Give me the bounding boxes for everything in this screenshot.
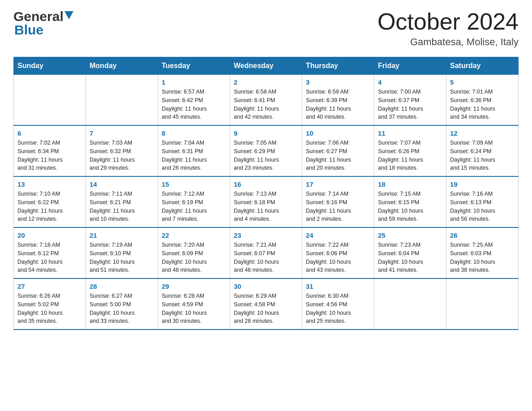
day-info: Sunrise: 7:15 AM Sunset: 6:15 PM Dayligh… (378, 190, 442, 223)
day-info: Sunrise: 7:20 AM Sunset: 6:09 PM Dayligh… (162, 241, 226, 274)
calendar-cell: 7Sunrise: 7:03 AM Sunset: 6:32 PM Daylig… (86, 125, 158, 176)
calendar-cell: 28Sunrise: 6:27 AM Sunset: 5:00 PM Dayli… (86, 278, 158, 330)
calendar-cell (374, 278, 446, 330)
month-title: October 2024 (378, 9, 519, 34)
day-info: Sunrise: 6:58 AM Sunset: 6:41 PM Dayligh… (234, 88, 298, 121)
calendar-cell: 4Sunrise: 7:00 AM Sunset: 6:37 PM Daylig… (374, 75, 446, 126)
calendar-cell (86, 75, 158, 126)
calendar-cell: 6Sunrise: 7:02 AM Sunset: 6:34 PM Daylig… (14, 125, 86, 176)
logo-triangle-icon (64, 11, 73, 20)
calendar-cell: 8Sunrise: 7:04 AM Sunset: 6:31 PM Daylig… (158, 125, 230, 176)
calendar-cell: 22Sunrise: 7:20 AM Sunset: 6:09 PM Dayli… (158, 227, 230, 278)
calendar-header-tuesday: Tuesday (158, 57, 230, 75)
calendar-cell: 24Sunrise: 7:22 AM Sunset: 6:06 PM Dayli… (302, 227, 374, 278)
calendar-cell: 1Sunrise: 6:57 AM Sunset: 6:42 PM Daylig… (158, 75, 230, 126)
calendar-cell: 29Sunrise: 6:28 AM Sunset: 4:59 PM Dayli… (158, 278, 230, 330)
day-info: Sunrise: 6:59 AM Sunset: 6:39 PM Dayligh… (306, 88, 370, 121)
calendar-week-row: 6Sunrise: 7:02 AM Sunset: 6:34 PM Daylig… (14, 125, 519, 176)
calendar-cell: 13Sunrise: 7:10 AM Sunset: 6:22 PM Dayli… (14, 176, 86, 227)
calendar-header-row: SundayMondayTuesdayWednesdayThursdayFrid… (14, 57, 519, 75)
day-number: 1 (162, 78, 226, 86)
calendar-cell: 30Sunrise: 6:29 AM Sunset: 4:58 PM Dayli… (230, 278, 302, 330)
day-number: 9 (234, 129, 298, 137)
calendar-cell: 31Sunrise: 6:30 AM Sunset: 4:56 PM Dayli… (302, 278, 374, 330)
page-header: General Blue October 2024 Gambatesa, Mol… (13, 9, 519, 48)
day-number: 19 (450, 180, 515, 188)
day-info: Sunrise: 7:11 AM Sunset: 6:21 PM Dayligh… (90, 190, 154, 223)
day-info: Sunrise: 7:02 AM Sunset: 6:34 PM Dayligh… (17, 139, 82, 172)
day-number: 24 (306, 231, 370, 239)
day-info: Sunrise: 7:13 AM Sunset: 6:18 PM Dayligh… (234, 190, 298, 223)
calendar-cell: 3Sunrise: 6:59 AM Sunset: 6:39 PM Daylig… (302, 75, 374, 126)
day-number: 18 (378, 180, 442, 188)
day-info: Sunrise: 7:03 AM Sunset: 6:32 PM Dayligh… (90, 139, 154, 172)
day-info: Sunrise: 6:27 AM Sunset: 5:00 PM Dayligh… (90, 292, 154, 325)
day-info: Sunrise: 6:57 AM Sunset: 6:42 PM Dayligh… (162, 88, 226, 121)
day-info: Sunrise: 7:09 AM Sunset: 6:24 PM Dayligh… (450, 139, 515, 172)
calendar-cell: 21Sunrise: 7:19 AM Sunset: 6:10 PM Dayli… (86, 227, 158, 278)
logo-line1: General (13, 9, 73, 24)
day-number: 13 (17, 180, 82, 188)
day-number: 12 (450, 129, 515, 137)
day-info: Sunrise: 7:19 AM Sunset: 6:10 PM Dayligh… (90, 241, 154, 274)
day-number: 25 (378, 231, 442, 239)
calendar-cell: 2Sunrise: 6:58 AM Sunset: 6:41 PM Daylig… (230, 75, 302, 126)
day-number: 23 (234, 231, 298, 239)
calendar-cell: 25Sunrise: 7:23 AM Sunset: 6:04 PM Dayli… (374, 227, 446, 278)
day-info: Sunrise: 7:16 AM Sunset: 6:13 PM Dayligh… (450, 190, 515, 223)
day-number: 30 (234, 283, 298, 290)
calendar-week-row: 20Sunrise: 7:18 AM Sunset: 6:12 PM Dayli… (14, 227, 519, 278)
day-number: 28 (90, 283, 154, 290)
logo: General Blue (13, 9, 73, 38)
day-number: 29 (162, 283, 226, 290)
day-info: Sunrise: 7:22 AM Sunset: 6:06 PM Dayligh… (306, 241, 370, 274)
day-info: Sunrise: 7:14 AM Sunset: 6:16 PM Dayligh… (306, 190, 370, 223)
calendar-cell: 16Sunrise: 7:13 AM Sunset: 6:18 PM Dayli… (230, 176, 302, 227)
calendar-cell: 20Sunrise: 7:18 AM Sunset: 6:12 PM Dayli… (14, 227, 86, 278)
logo-blue-text: Blue (13, 22, 43, 38)
calendar-cell: 9Sunrise: 7:05 AM Sunset: 6:29 PM Daylig… (230, 125, 302, 176)
calendar-header-monday: Monday (86, 57, 158, 75)
day-number: 6 (17, 129, 82, 137)
day-number: 2 (234, 78, 298, 86)
day-info: Sunrise: 7:25 AM Sunset: 6:03 PM Dayligh… (450, 241, 515, 274)
logo-general-text: General (13, 9, 64, 24)
calendar-header-friday: Friday (374, 57, 446, 75)
day-info: Sunrise: 7:04 AM Sunset: 6:31 PM Dayligh… (162, 139, 226, 172)
calendar-week-row: 13Sunrise: 7:10 AM Sunset: 6:22 PM Dayli… (14, 176, 519, 227)
day-info: Sunrise: 7:05 AM Sunset: 6:29 PM Dayligh… (234, 139, 298, 172)
day-number: 17 (306, 180, 370, 188)
day-info: Sunrise: 7:01 AM Sunset: 6:36 PM Dayligh… (450, 88, 515, 121)
calendar-cell: 23Sunrise: 7:21 AM Sunset: 6:07 PM Dayli… (230, 227, 302, 278)
calendar-cell (446, 278, 519, 330)
day-number: 20 (17, 231, 82, 239)
calendar-header-sunday: Sunday (14, 57, 86, 75)
calendar-header-thursday: Thursday (302, 57, 374, 75)
day-info: Sunrise: 6:28 AM Sunset: 4:59 PM Dayligh… (162, 292, 226, 325)
day-info: Sunrise: 7:21 AM Sunset: 6:07 PM Dayligh… (234, 241, 298, 274)
day-info: Sunrise: 7:12 AM Sunset: 6:19 PM Dayligh… (162, 190, 226, 223)
day-number: 21 (90, 231, 154, 239)
day-info: Sunrise: 7:23 AM Sunset: 6:04 PM Dayligh… (378, 241, 442, 274)
calendar-cell: 18Sunrise: 7:15 AM Sunset: 6:15 PM Dayli… (374, 176, 446, 227)
day-number: 4 (378, 78, 442, 86)
calendar-header-wednesday: Wednesday (230, 57, 302, 75)
calendar-table: SundayMondayTuesdayWednesdayThursdayFrid… (13, 57, 519, 330)
calendar-header-saturday: Saturday (446, 57, 519, 75)
calendar-week-row: 27Sunrise: 6:26 AM Sunset: 5:02 PM Dayli… (14, 278, 519, 330)
calendar-cell: 14Sunrise: 7:11 AM Sunset: 6:21 PM Dayli… (86, 176, 158, 227)
day-info: Sunrise: 7:18 AM Sunset: 6:12 PM Dayligh… (17, 241, 82, 274)
title-block: October 2024 Gambatesa, Molise, Italy (378, 9, 519, 48)
day-number: 14 (90, 180, 154, 188)
day-number: 16 (234, 180, 298, 188)
calendar-cell: 10Sunrise: 7:06 AM Sunset: 6:27 PM Dayli… (302, 125, 374, 176)
day-info: Sunrise: 7:10 AM Sunset: 6:22 PM Dayligh… (17, 190, 82, 223)
day-number: 31 (306, 283, 370, 290)
calendar-cell: 19Sunrise: 7:16 AM Sunset: 6:13 PM Dayli… (446, 176, 519, 227)
day-info: Sunrise: 6:26 AM Sunset: 5:02 PM Dayligh… (17, 292, 82, 325)
day-number: 27 (17, 283, 82, 290)
day-number: 5 (450, 78, 515, 86)
day-number: 26 (450, 231, 515, 239)
calendar-cell: 26Sunrise: 7:25 AM Sunset: 6:03 PM Dayli… (446, 227, 519, 278)
calendar-cell: 17Sunrise: 7:14 AM Sunset: 6:16 PM Dayli… (302, 176, 374, 227)
